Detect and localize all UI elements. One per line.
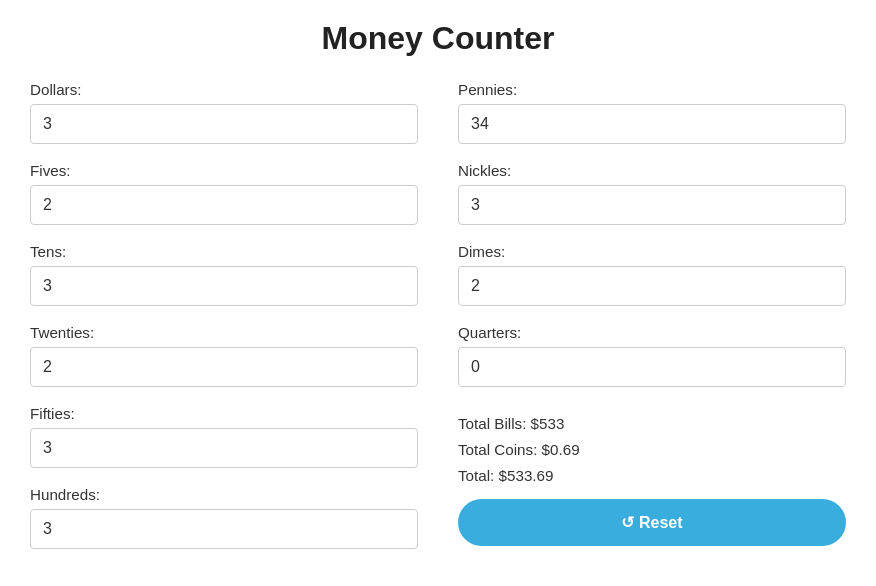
fives-field: Fives: xyxy=(30,162,418,225)
hundreds-field: Hundreds: xyxy=(30,486,418,549)
total-label: Total: xyxy=(458,467,494,484)
tens-input[interactable] xyxy=(30,266,418,306)
reset-button[interactable]: ↺ Reset xyxy=(458,499,846,546)
twenties-label: Twenties: xyxy=(30,324,418,341)
nickles-label: Nickles: xyxy=(458,162,846,179)
quarters-label: Quarters: xyxy=(458,324,846,341)
pennies-field: Pennies: xyxy=(458,81,846,144)
nickles-field: Nickles: xyxy=(458,162,846,225)
dollars-input[interactable] xyxy=(30,104,418,144)
dimes-field: Dimes: xyxy=(458,243,846,306)
pennies-label: Pennies: xyxy=(458,81,846,98)
pennies-input[interactable] xyxy=(458,104,846,144)
left-column: Dollars: Fives: Tens: Twenties: Fifties:… xyxy=(30,81,418,567)
right-column: Pennies: Nickles: Dimes: Quarters: Total… xyxy=(458,81,846,567)
page-title: Money Counter xyxy=(30,20,846,57)
total-bills-value: $533 xyxy=(531,415,565,432)
total-coins-row: Total Coins: $0.69 xyxy=(458,437,846,463)
hundreds-input[interactable] xyxy=(30,509,418,549)
quarters-field: Quarters: xyxy=(458,324,846,387)
twenties-input[interactable] xyxy=(30,347,418,387)
main-grid: Dollars: Fives: Tens: Twenties: Fifties:… xyxy=(30,81,846,567)
total-bills-row: Total Bills: $533 xyxy=(458,411,846,437)
nickles-input[interactable] xyxy=(458,185,846,225)
twenties-field: Twenties: xyxy=(30,324,418,387)
summary-reset-section: Total Bills: $533 Total Coins: $0.69 Tot… xyxy=(458,405,846,546)
fives-input[interactable] xyxy=(30,185,418,225)
dollars-field: Dollars: xyxy=(30,81,418,144)
summary-section: Total Bills: $533 Total Coins: $0.69 Tot… xyxy=(458,411,846,489)
total-coins-value: $0.69 xyxy=(542,441,580,458)
fifties-field: Fifties: xyxy=(30,405,418,468)
total-coins-label: Total Coins: xyxy=(458,441,537,458)
total-value: $533.69 xyxy=(499,467,554,484)
fifties-label: Fifties: xyxy=(30,405,418,422)
hundreds-label: Hundreds: xyxy=(30,486,418,503)
quarters-input[interactable] xyxy=(458,347,846,387)
tens-field: Tens: xyxy=(30,243,418,306)
fives-label: Fives: xyxy=(30,162,418,179)
dimes-input[interactable] xyxy=(458,266,846,306)
total-bills-label: Total Bills: xyxy=(458,415,526,432)
tens-label: Tens: xyxy=(30,243,418,260)
dollars-label: Dollars: xyxy=(30,81,418,98)
total-row: Total: $533.69 xyxy=(458,463,846,489)
fifties-input[interactable] xyxy=(30,428,418,468)
dimes-label: Dimes: xyxy=(458,243,846,260)
